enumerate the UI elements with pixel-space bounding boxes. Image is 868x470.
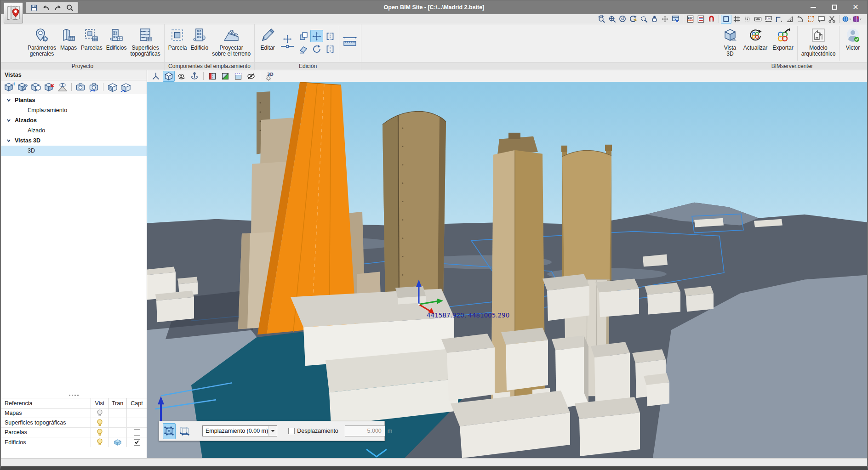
combo-arrow-button[interactable] [268,426,277,436]
zoom-previous-button[interactable] [596,15,607,24]
move-view-button[interactable] [660,15,670,24]
zoom-extents-button[interactable] [607,15,617,24]
hide-elements-button[interactable] [245,71,257,82]
mapas-button[interactable]: Mapas [58,25,79,62]
app-menu-button[interactable] [4,2,23,23]
transparency-cube-icon[interactable] [114,439,122,446]
exportar-button[interactable]: Exportar [770,25,796,62]
redraw-button[interactable] [628,15,639,24]
search-button[interactable] [65,3,75,12]
panel-splitter-handle[interactable] [1,392,147,398]
edit-node-button[interactable] [279,28,296,56]
section-plane-button[interactable] [219,71,231,82]
section-box-button[interactable] [106,81,119,93]
capture-checkbox-checked[interactable] [134,439,140,446]
rotate-button[interactable] [310,43,323,55]
minimize-button[interactable] [803,0,824,14]
tree-group-plantas[interactable]: Plantas [1,95,147,105]
delete-view-button[interactable] [43,81,55,93]
snap-magnet-button[interactable] [706,15,717,24]
selection-button[interactable] [805,15,816,24]
tree-item-3d-selected[interactable]: 3D [1,146,147,156]
parcelas-button[interactable]: Parcelas [79,25,104,62]
tree-item-alzado[interactable]: Alzado [1,125,147,136]
move-button[interactable] [310,30,323,42]
pan-button[interactable] [649,15,660,24]
web-button[interactable] [841,15,852,24]
symmetry-copy-button[interactable] [324,43,337,55]
section-box-button[interactable] [232,71,244,82]
new-view-button[interactable]: + [3,81,15,93]
keyboard-input-button[interactable] [753,15,763,24]
tree-group-alzados[interactable]: Alzados [1,115,147,125]
bulb-on-icon[interactable] [97,429,103,436]
orthogonal-button[interactable] [784,15,795,24]
snap-3d-button[interactable] [163,423,176,439]
chevron-down-icon[interactable] [6,118,13,123]
object-snap-button[interactable] [742,15,753,24]
snap-plane-button[interactable] [178,423,191,439]
render-3d-button[interactable]: 3D [263,71,278,82]
modelo-arquitectonico-button[interactable]: Modelo arquitectónico [799,25,838,62]
save-button[interactable] [29,3,39,12]
orbit-button[interactable] [176,71,188,82]
undo-button[interactable] [41,3,51,12]
export-snapshot-button[interactable] [88,81,100,93]
user-victor-button[interactable]: Victor [841,25,865,62]
superficies-topograficas-button[interactable]: Superficies topográficas [128,25,162,62]
chevron-down-icon[interactable] [6,98,13,102]
displacement-checkbox[interactable] [288,428,295,434]
displacement-value-field[interactable]: 5.000 [345,425,385,436]
row-label: Mapas [1,410,91,416]
measure-button[interactable] [341,28,359,56]
erase-button[interactable] [297,43,310,55]
bulb-on-icon[interactable] [97,419,103,427]
duplicate-view-button[interactable] [29,81,42,93]
maximize-button[interactable] [824,0,845,14]
actualizar-button[interactable]: Actualizar [741,25,770,62]
previous-window-button[interactable] [670,15,681,24]
export-section-box-button[interactable] [120,81,132,93]
previous-window-icon [671,15,680,23]
parcela-button[interactable]: Parcela [166,25,189,62]
svg-text:DWG: DWG [687,19,693,22]
parametros-generales-button[interactable]: Parámetros generales [26,25,58,62]
turntable-button[interactable] [188,71,200,82]
editar-button[interactable]: Editar [257,25,279,62]
zoom-x2-button[interactable]: x2 [617,15,628,24]
tree-item-emplazamiento[interactable]: Emplazamiento [1,105,147,115]
chevron-down-icon[interactable] [6,138,13,143]
view-visibility-button[interactable] [56,81,69,93]
dxf-dwg-templates-button[interactable]: DXFDWG [685,15,696,24]
capture-checkbox-unchecked[interactable] [134,429,140,436]
help-button[interactable] [852,15,862,24]
dimensions-button[interactable]: 1.00 [763,15,774,24]
axes-button[interactable] [150,71,162,82]
annotation-button[interactable] [816,15,827,24]
scissors-button[interactable] [827,15,837,24]
dxf-dwg-layers-button[interactable] [696,15,706,24]
zoom-window-button[interactable] [639,15,649,24]
edificio-button[interactable]: Edificio [188,25,210,62]
symmetry-button[interactable] [324,30,337,42]
polyline-button[interactable] [774,15,784,24]
tree-group-vistas-3d[interactable]: Vistas 3D [1,136,147,146]
snapshot-button[interactable] [74,81,87,93]
section-red-button[interactable] [206,71,218,82]
angle-button[interactable] [795,15,805,24]
3d-scene[interactable]: 441587.920, 4481005.290 [147,82,867,458]
grid-button[interactable] [731,15,742,24]
isometric-view-button[interactable] [163,71,175,82]
edit-view-button[interactable] [16,81,29,93]
copy-button[interactable] [297,30,310,42]
redo-button[interactable] [53,3,63,12]
bulb-on-icon[interactable] [97,438,103,446]
edificios-button[interactable]: Edificios [104,25,129,62]
work-plane-select[interactable]: Emplazamiento (0.00 m) [202,425,277,436]
move-icon [312,31,322,41]
background-frame-button[interactable] [721,15,731,24]
bulb-off-icon[interactable] [97,409,103,417]
close-button[interactable]: ✕ [845,0,866,14]
proyectar-sobre-terreno-button[interactable]: Proyectar sobre el terreno [210,25,252,62]
vista-3d-button[interactable]: Vista 3D [720,25,741,62]
